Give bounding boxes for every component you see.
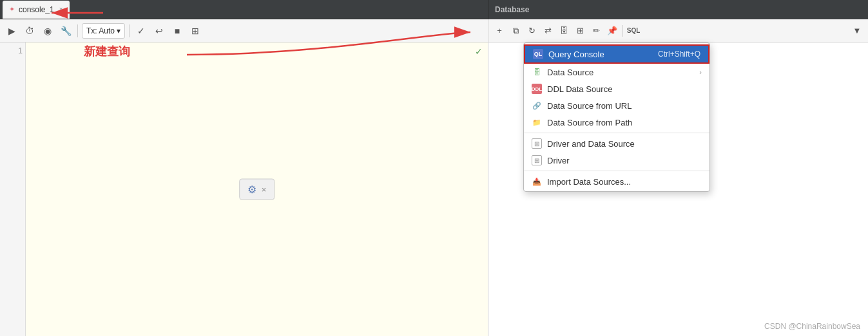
db-copy-button[interactable]: ⧉: [508, 24, 523, 38]
db-sync-button[interactable]: ⇄: [541, 24, 555, 38]
db-schema-button[interactable]: 🗄: [557, 24, 571, 38]
db-toolbar-separator: [622, 25, 623, 37]
data-source-label: Data Source: [547, 68, 694, 77]
ddl-data-source-label: DDL Data Source: [547, 84, 702, 94]
tx-arrow-icon: ▾: [117, 26, 121, 35]
query-console-shortcut: Ctrl+Shift+Q: [658, 50, 700, 59]
database-panel-header: Database: [488, 0, 868, 19]
editor-content[interactable]: ⚙ × ✓: [26, 42, 488, 336]
menu-item-ddl-data-source[interactable]: DDL DDL Data Source: [524, 80, 709, 97]
database-panel-title: Database: [495, 5, 529, 14]
data-source-path-icon: 📁: [532, 117, 542, 127]
check-button[interactable]: ✓: [133, 23, 149, 39]
tx-label: Tx: Auto: [86, 26, 115, 35]
data-source-arrow-icon: ›: [699, 68, 702, 76]
driver-icon: ⊞: [532, 155, 542, 165]
driver-label: Driver: [547, 156, 702, 165]
data-source-icon: 🗄: [532, 67, 542, 77]
db-sql-button[interactable]: SQL: [626, 24, 641, 38]
data-source-url-label: Data Source from URL: [547, 101, 702, 111]
tab-label: console_1: [19, 5, 54, 14]
grid-button[interactable]: ⊞: [188, 23, 203, 39]
loading-close[interactable]: ×: [262, 185, 267, 194]
driver-and-data-source-label: Driver and Data Source: [547, 139, 702, 149]
data-source-path-label: Data Source from Path: [547, 118, 702, 127]
loading-indicator: ⚙ ×: [239, 179, 275, 200]
import-data-sources-label: Import Data Sources...: [547, 177, 702, 187]
wrench-button[interactable]: 🔧: [58, 23, 73, 39]
circle-button[interactable]: ◉: [40, 23, 55, 39]
menu-item-driver[interactable]: ⊞ Driver: [524, 152, 709, 169]
dropdown-menu: QL Query Console Ctrl+Shift+Q 🗄 Data Sou…: [523, 42, 710, 192]
query-console-icon: QL: [533, 49, 543, 59]
menu-item-data-source[interactable]: 🗄 Data Source ›: [524, 64, 709, 80]
db-refresh-button[interactable]: ↻: [525, 24, 539, 38]
data-source-url-icon: 🔗: [532, 100, 542, 111]
loading-icon: ⚙: [247, 183, 256, 196]
db-edit-button[interactable]: ✏: [589, 24, 603, 38]
db-add-button[interactable]: +: [492, 24, 506, 38]
query-console-label: Query Console: [548, 50, 653, 59]
editor-area: 1 ⚙ × ✓: [0, 42, 488, 336]
driver-and-data-source-icon: ⊞: [532, 138, 542, 149]
db-table-button[interactable]: ⊞: [573, 24, 587, 38]
ddl-icon: DDL: [532, 84, 542, 94]
tx-dropdown[interactable]: Tx: Auto ▾: [82, 23, 125, 39]
menu-item-import-data-sources[interactable]: 📥 Import Data Sources...: [524, 173, 709, 190]
menu-item-data-source-url[interactable]: 🔗 Data Source from URL: [524, 97, 709, 114]
menu-separator-1: [524, 133, 709, 133]
clock-button[interactable]: ⏱: [22, 23, 37, 39]
db-pin-button[interactable]: 📌: [605, 24, 619, 38]
undo-button[interactable]: ↩: [151, 23, 167, 39]
success-checkmark: ✓: [475, 46, 483, 57]
line-number-1: 1: [18, 46, 23, 55]
import-icon: 📥: [532, 176, 542, 187]
menu-item-query-console[interactable]: QL Query Console Ctrl+Shift+Q: [524, 44, 709, 64]
toolbar-separator-1: [77, 24, 78, 37]
run-button[interactable]: ▶: [4, 23, 19, 39]
db-filter-button[interactable]: ▼: [850, 24, 864, 38]
menu-separator-2: [524, 171, 709, 171]
stop-button[interactable]: ■: [169, 23, 185, 39]
watermark: CSDN @ChinaRainbowSea: [764, 322, 860, 331]
line-numbers: 1: [0, 42, 26, 336]
database-toolbar: + ⧉ ↻ ⇄ 🗄 ⊞ ✏ 📌 SQL ▼: [488, 19, 868, 42]
toolbar-separator-2: [129, 24, 130, 37]
menu-item-driver-and-data-source[interactable]: ⊞ Driver and Data Source: [524, 135, 709, 152]
console-tab[interactable]: ✦ console_1 ×: [3, 1, 70, 19]
tab-close-button[interactable]: ×: [59, 6, 63, 13]
tab-icon: ✦: [9, 5, 15, 14]
menu-item-data-source-path[interactable]: 📁 Data Source from Path: [524, 114, 709, 131]
